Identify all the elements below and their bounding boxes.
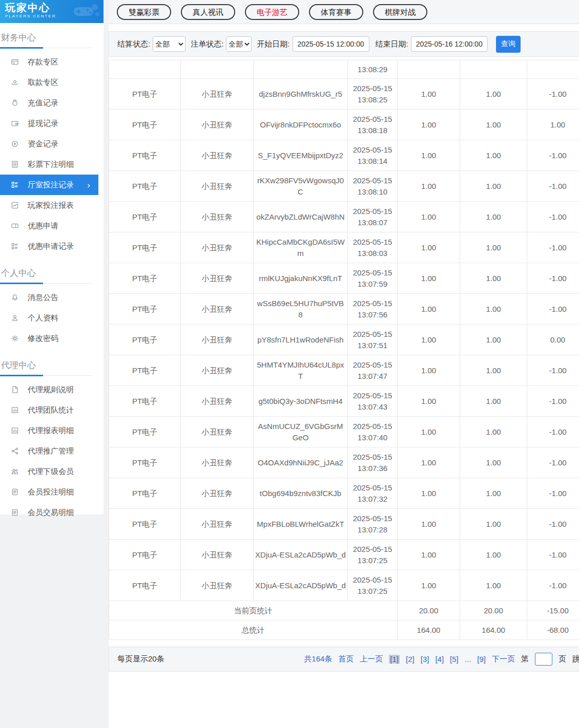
- cell-platform: PT电子: [109, 478, 181, 509]
- date-line: 2025-05-15: [349, 359, 396, 371]
- sidebar-item-label: 厅室投注记录: [28, 180, 74, 190]
- cell-platform: PT电子: [109, 232, 181, 263]
- cell-order-id: XDjuA-ESLa2cAD5pWb_d: [254, 540, 348, 570]
- sidebar: 玩家中心 PLAYERS CENTER 财务中心存款专区取款专区充值记录提现记录…: [0, 0, 104, 515]
- sidebar-item-funds-records[interactable]: 资金记录: [0, 134, 104, 154]
- sidebar-item-withdraw-zone[interactable]: 取款专区: [0, 72, 104, 93]
- sidebar-item-label: 存款专区: [28, 57, 58, 67]
- sidebar-item-member-trade-details[interactable]: 会员交易明细: [0, 502, 104, 523]
- sidebar-item-profile[interactable]: 个人资料: [0, 308, 104, 328]
- sidebar-item-player-bet-report[interactable]: 玩家投注报表: [0, 195, 104, 216]
- date-line: 2025-05-15: [349, 114, 396, 125]
- filter-bar: 结算状态: 全部 注单状态: 全部 开始日期: 结束日期: 查询: [109, 31, 579, 57]
- total-count-text: 共164条: [304, 654, 332, 664]
- sidebar-item-promo-apply-records[interactable]: 优惠申请记录: [0, 236, 104, 256]
- tab-egames[interactable]: 电子游艺: [245, 4, 299, 20]
- bell-icon: [11, 293, 20, 302]
- tab-lottery[interactable]: 雙赢彩票: [117, 4, 171, 20]
- cell-order-id: KHipcCaMbCKgDA6sI5Wm: [254, 232, 348, 263]
- table-row: PT电子小丑狂奔rmlKUJgjakuNnKX9fLnT2025-05-1513…: [109, 263, 579, 294]
- date-line: 2025-05-15: [349, 298, 396, 309]
- cell-datetime: 2025-05-1513:08:18: [348, 110, 398, 140]
- cell-platform: PT电子: [109, 570, 181, 601]
- sidebar-section-title: 个人中心: [0, 267, 92, 284]
- sidebar-item-deposit-zone[interactable]: 存款专区: [0, 52, 104, 72]
- page-link-2[interactable]: [2]: [406, 655, 415, 663]
- main-content: 雙赢彩票真人视讯电子游艺体育赛事棋牌对战 结算状态: 全部 注单状态: 全部 开…: [109, 0, 579, 728]
- table-row: PT电子小丑狂奔okZArvybZLdWrCajW8hN2025-05-1513…: [109, 202, 579, 232]
- date-line: 2025-05-15: [349, 206, 396, 217]
- person-icon: [11, 314, 20, 322]
- sidebar-item-agent-team-stats[interactable]: 代理团队统计: [0, 400, 104, 420]
- sidebar-item-agent-rules[interactable]: 代理规则说明: [0, 379, 104, 400]
- sidebar-item-label: 消息公告: [28, 293, 58, 303]
- sidebar-item-member-bet-details[interactable]: 会员投注明细: [0, 482, 104, 502]
- page-link-9[interactable]: [9]: [477, 655, 486, 663]
- date-line: 2025-05-15: [349, 421, 396, 432]
- sidebar-item-label: 资金记录: [28, 139, 58, 149]
- next-page-link[interactable]: 下一页: [492, 654, 515, 664]
- note-icon: [11, 508, 20, 517]
- jump-suffix-label: 页: [559, 654, 566, 664]
- sidebar-item-label: 代理推广管理: [28, 446, 74, 456]
- cell-game: 小丑狂奔: [181, 263, 254, 294]
- jump-page-input[interactable]: [535, 653, 552, 666]
- table-row: PT电子小丑狂奔O4OAXd9hNiiJ9C_jJAa22025-05-1513…: [109, 447, 579, 478]
- document-icon: [11, 160, 20, 168]
- cell-game: 小丑狂奔: [181, 79, 254, 110]
- table-row: PT电子小丑狂奔rKXw298FV5vWgowsqJ0C2025-05-1513…: [109, 171, 579, 202]
- sidebar-item-messages[interactable]: 消息公告: [0, 287, 104, 308]
- time-line: 13:07:36: [349, 463, 396, 474]
- sidebar-item-hall-bet-records[interactable]: 厅室投注记录›: [0, 175, 98, 195]
- jump-button[interactable]: 跳转: [572, 654, 579, 664]
- start-date-label: 开始日期:: [257, 39, 290, 49]
- date-line: 2025-05-15: [349, 482, 396, 494]
- sidebar-item-withdraw-records[interactable]: 提现记录: [0, 113, 104, 134]
- page-link-5[interactable]: [5]: [450, 655, 459, 663]
- sidebar-item-label: 优惠申请: [28, 221, 58, 231]
- cell-order-id: djzsBnn9GhMfrskUG_r5: [254, 79, 348, 110]
- cell-game: 小丑狂奔: [181, 232, 254, 263]
- summary-win-loss: -15.00: [527, 601, 579, 620]
- sidebar-item-promo-apply[interactable]: 优惠申请: [0, 216, 104, 236]
- sidebar-item-agent-report-details[interactable]: 代理报表明细: [0, 420, 104, 441]
- cell-datetime: 13:08:29: [348, 60, 398, 79]
- page-link-3[interactable]: [3]: [421, 655, 429, 663]
- table-row-partial: 13:08:29: [109, 60, 579, 79]
- sidebar-item-agent-promotion[interactable]: 代理推广管理: [0, 441, 104, 461]
- start-date-input[interactable]: [293, 36, 369, 52]
- order-status-select[interactable]: 全部: [226, 36, 252, 52]
- sidebar-sections: 财务中心存款专区取款专区充值记录提现记录资金记录彩票下注明细厅室投注记录›玩家投…: [0, 32, 104, 525]
- time-line: 13:08:18: [349, 125, 396, 136]
- time-line: 13:07:47: [349, 371, 396, 382]
- chart-icon: [11, 201, 20, 209]
- cell-platform: PT电子: [109, 171, 181, 202]
- prev-page-link[interactable]: 上一页: [360, 654, 383, 664]
- cell-win-loss: -1.00: [527, 140, 579, 171]
- page-link-1[interactable]: [1]: [389, 655, 400, 663]
- cell-win-loss: -1.00: [527, 417, 579, 447]
- tab-sports[interactable]: 体育赛事: [309, 4, 363, 20]
- tab-boardgame[interactable]: 棋牌对战: [373, 4, 427, 20]
- cell-datetime: 2025-05-1513:07:51: [348, 325, 398, 355]
- cell-order-id: g5t0biQ3y-3oDNFtsmH4: [254, 386, 348, 417]
- cell-game: 小丑狂奔: [181, 447, 254, 478]
- cell-game: 小丑狂奔: [181, 325, 254, 355]
- settle-status-select[interactable]: 全部: [153, 36, 185, 52]
- list-icon: [11, 181, 20, 189]
- sidebar-item-agent-members[interactable]: 代理下级会员: [0, 461, 104, 482]
- sidebar-item-label: 个人资料: [28, 313, 58, 323]
- query-button[interactable]: 查询: [496, 36, 521, 53]
- pagination-bar: 每页显示20条 共164条 首页 上一页 [1][2][3][4][5]...[…: [109, 647, 579, 672]
- bet-records-tbody: 13:08:29PT电子小丑狂奔djzsBnn9GhMfrskUG_r52025…: [109, 60, 579, 640]
- end-date-input[interactable]: [411, 36, 488, 52]
- page-link-4[interactable]: [4]: [435, 655, 444, 663]
- first-page-link[interactable]: 首页: [338, 654, 354, 664]
- sidebar-item-lottery-bet-details[interactable]: 彩票下注明细: [0, 154, 104, 175]
- cell-datetime: 2025-05-1513:07:47: [348, 355, 398, 386]
- sidebar-item-change-password[interactable]: 修改密码: [0, 328, 104, 349]
- cell-empty: [181, 60, 254, 79]
- sidebar-item-label: 代理下级会员: [28, 467, 74, 477]
- tab-live[interactable]: 真人视讯: [181, 4, 235, 20]
- sidebar-item-recharge-records[interactable]: 充值记录: [0, 93, 104, 113]
